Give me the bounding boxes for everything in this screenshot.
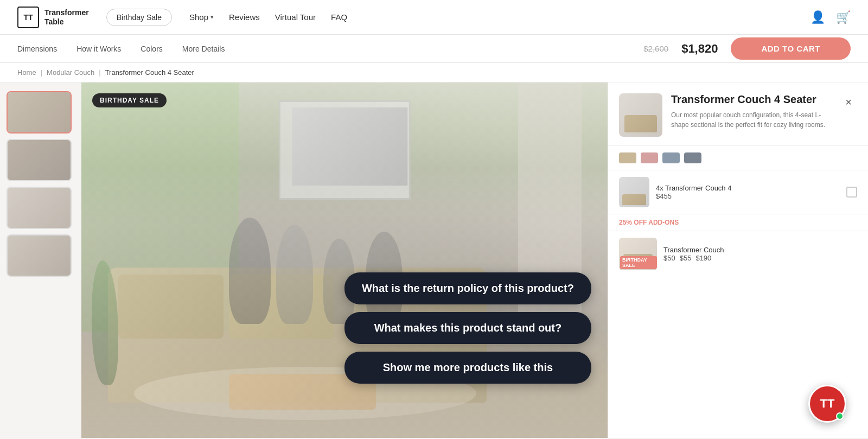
sec-nav-more-details[interactable]: More Details (182, 44, 225, 53)
color-swatch-pink[interactable] (641, 152, 658, 163)
bottom-price-2: $55 (680, 254, 692, 262)
secondary-navigation: Dimensions How it Works Colors More Deta… (0, 35, 868, 63)
secondary-nav-links: Dimensions How it Works Colors More Deta… (17, 44, 225, 53)
product-thumbnails (0, 82, 81, 438)
chat-bubble-2[interactable]: What makes this product stand out? (344, 312, 591, 344)
color-swatch-blue-grey[interactable] (662, 152, 680, 163)
bottom-price-3: $190 (695, 254, 711, 262)
add-to-cart-button[interactable]: ADD TO CART (731, 37, 851, 60)
chat-bubbles-overlay: What is the return policy of this produc… (301, 262, 608, 395)
old-price: $2,600 (643, 44, 668, 53)
thumbnail-3[interactable] (7, 187, 72, 229)
logo-icon: TT (17, 7, 39, 28)
color-swatch-beige[interactable] (619, 152, 636, 163)
nav-virtual-tour-link[interactable]: Virtual Tour (275, 12, 316, 22)
user-icon[interactable]: 👤 (810, 10, 825, 24)
thumbnail-1[interactable] (7, 91, 72, 133)
top-navigation: TT Transformer Table Birthday Sale Shop … (0, 0, 868, 35)
chatbot-online-indicator (836, 412, 844, 420)
product-text-info: Transformer Couch 4 Seater Our most popu… (671, 93, 831, 137)
nav-reviews-link[interactable]: Reviews (229, 12, 260, 22)
add-ons-label: 25% OFF ADD-ONS (608, 214, 868, 231)
bottom-product-thumbnail: BIRTHDAY SALE (619, 238, 657, 270)
option-name: 4x Transformer Couch 4 (656, 184, 840, 192)
nav-shop-link[interactable]: Shop ▾ (189, 12, 214, 22)
logo[interactable]: TT Transformer Table (17, 7, 89, 28)
thumbnail-2[interactable] (7, 139, 72, 181)
thumbnail-4[interactable] (7, 234, 72, 277)
bottom-product-info: Transformer Couch $50 $55 $190 (663, 246, 857, 262)
option-couch-shape (622, 194, 646, 205)
breadcrumb-current: Transformer Couch 4 Seater (105, 68, 194, 77)
option-checkbox[interactable] (846, 187, 857, 198)
birthday-sale-badge: BIRTHDAY SALE (92, 93, 167, 107)
chatbot-label: TT (820, 397, 835, 411)
product-info-card: Transformer Couch 4 Seater Our most popu… (608, 82, 868, 146)
breadcrumb: Home | Modular Couch | Transformer Couch… (0, 63, 868, 82)
breadcrumb-sep-1: | (41, 68, 42, 77)
bottom-product-row: BIRTHDAY SALE Transformer Couch $50 $55 … (608, 231, 868, 277)
hero-background: BIRTHDAY SALE What is the return policy … (81, 82, 608, 438)
bottom-price-1: $50 (663, 254, 675, 262)
price-cart-area: $2,600 $1,820 ADD TO CART (643, 37, 851, 60)
product-option-row: 4x Transformer Couch 4 $455 (608, 170, 868, 214)
nav-right: 👤 🛒 (810, 10, 851, 24)
bottom-product-badge: BIRTHDAY SALE (620, 256, 657, 269)
hero-image-area: BIRTHDAY SALE What is the return policy … (81, 82, 608, 438)
color-swatch-dark-grey[interactable] (684, 152, 701, 163)
close-panel-button[interactable]: × (840, 93, 857, 111)
birthday-sale-button[interactable]: Birthday Sale (106, 9, 172, 26)
nav-links: Shop ▾ Reviews Virtual Tour FAQ (189, 12, 347, 22)
sec-nav-dimensions[interactable]: Dimensions (17, 44, 57, 53)
logo-name: Transformer Table (44, 8, 89, 27)
product-thumbnail-image (619, 93, 662, 137)
product-title: Transformer Couch 4 Seater (671, 93, 831, 106)
chat-bubble-3[interactable]: Show me more products like this (344, 352, 591, 384)
cart-icon[interactable]: 🛒 (836, 10, 851, 24)
bottom-product-prices: $50 $55 $190 (663, 254, 857, 262)
hero-scene (81, 82, 608, 438)
bottom-product-name: Transformer Couch (663, 246, 857, 254)
shop-chevron-icon: ▾ (210, 14, 214, 21)
breadcrumb-sep-2: | (99, 68, 100, 77)
chatbot-button[interactable]: TT (808, 385, 846, 423)
nav-faq-link[interactable]: FAQ (331, 12, 347, 22)
breadcrumb-modular-couch[interactable]: Modular Couch (47, 68, 94, 77)
sec-nav-how-it-works[interactable]: How it Works (76, 44, 121, 53)
option-info: 4x Transformer Couch 4 $455 (656, 184, 840, 200)
color-options (608, 146, 868, 170)
chat-bubble-1[interactable]: What is the return policy of this produc… (344, 272, 591, 304)
option-price: $455 (656, 192, 840, 200)
option-thumbnail (619, 177, 649, 207)
breadcrumb-home[interactable]: Home (17, 68, 36, 77)
product-description: Our most popular couch configuration, th… (671, 110, 831, 130)
product-thumb-couch-shape (624, 115, 657, 132)
sec-nav-colors[interactable]: Colors (141, 44, 162, 53)
nav-left: TT Transformer Table Birthday Sale Shop … (17, 7, 347, 28)
new-price: $1,820 (681, 42, 718, 56)
main-content: BIRTHDAY SALE What is the return policy … (0, 82, 868, 438)
